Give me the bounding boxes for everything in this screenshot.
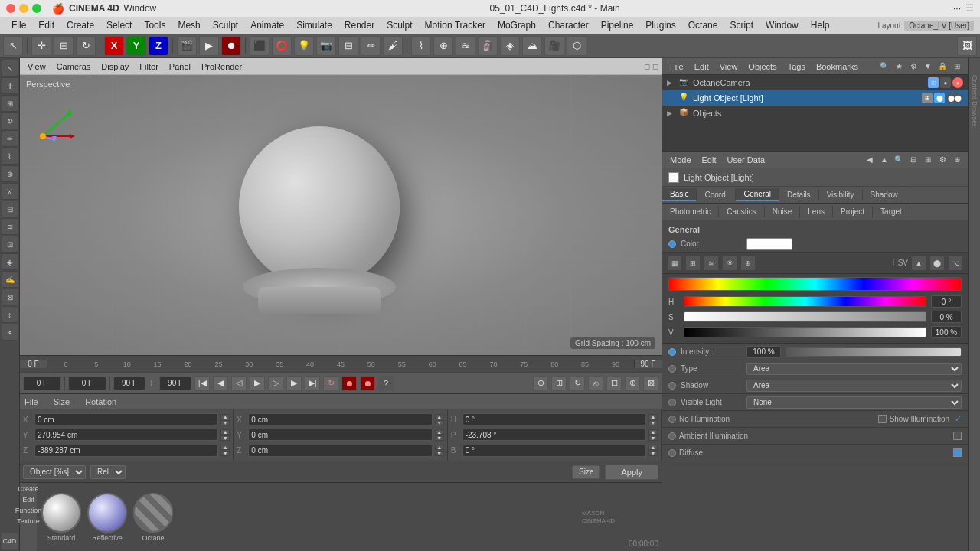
toolbar-record-btn[interactable]: ⏺ [221, 36, 241, 56]
obj-tag-light-2[interactable]: ⬤ [934, 93, 945, 103]
toolbar-x-btn[interactable]: X [104, 36, 124, 56]
pos-z-up[interactable]: ▲ [220, 445, 230, 450]
tab-noise[interactable]: Noise [765, 206, 801, 217]
tool-pen[interactable]: ✏ [2, 130, 18, 147]
prev-key-btn[interactable]: ◁ [231, 376, 247, 391]
rel-dropdown[interactable]: Rel [90, 465, 126, 479]
vp-menu-filter[interactable]: Filter [135, 61, 162, 72]
tab-photometric[interactable]: Photometric [662, 206, 719, 217]
menu-render[interactable]: Render [339, 19, 380, 31]
obj-tag-light-1[interactable]: ⊞ [922, 93, 933, 103]
prop-icon-1[interactable]: ◀ [864, 154, 876, 166]
pos-z-field[interactable] [34, 445, 218, 457]
toolbar-sculpt-tool-btn[interactable]: 🗿 [478, 36, 498, 56]
om-view-menu[interactable]: View [717, 61, 741, 72]
prop-icon-2[interactable]: ▲ [878, 154, 890, 166]
tool-slide[interactable]: ⊠ [2, 289, 18, 305]
toolbar-material-btn[interactable]: ◈ [500, 36, 520, 56]
menu-select[interactable]: Select [101, 19, 137, 31]
menu-file[interactable]: File [6, 19, 31, 31]
tool-spline[interactable]: ⌇ [2, 148, 18, 165]
loop-btn[interactable]: ↻ [323, 376, 338, 391]
rot-b-up[interactable]: ▲ [648, 445, 658, 450]
no-illum-radio[interactable] [668, 416, 676, 423]
pos-x-field[interactable] [34, 413, 218, 425]
skip-end-btn[interactable]: ▶| [305, 376, 320, 391]
intensity-value[interactable] [746, 346, 781, 358]
size-y-down[interactable]: ▼ [435, 435, 444, 441]
tool-mirror[interactable]: ⊡ [2, 236, 18, 253]
hsv-v-value[interactable] [931, 326, 962, 338]
prop-edit-menu[interactable]: Edit [699, 155, 720, 165]
rot-b-down[interactable]: ▼ [648, 451, 658, 456]
om-lock-icon[interactable]: 🔒 [936, 60, 949, 73]
om-tags-menu[interactable]: Tags [785, 61, 808, 72]
tab-details[interactable]: Details [779, 189, 819, 201]
toolbar-keyframe-btn[interactable]: 🎬 [177, 36, 197, 56]
tool-move[interactable]: ✛ [2, 77, 18, 94]
rot-h-up[interactable]: ▲ [648, 414, 658, 419]
om-filter-icon[interactable]: ▼ [922, 60, 934, 73]
playback-end-field[interactable] [113, 377, 145, 390]
vp-menu-cameras[interactable]: Cameras [52, 61, 96, 72]
prop-icon-5[interactable]: ⊞ [922, 154, 934, 166]
ct-eye2-btn[interactable]: ⬤ [929, 256, 945, 271]
size-z-field[interactable] [248, 445, 432, 457]
playback-frame-field[interactable] [23, 377, 61, 390]
vp-menu-prorender[interactable]: ProRender [197, 61, 247, 72]
hsv-h-slider[interactable] [684, 296, 926, 307]
hsv-h-value[interactable] [931, 295, 962, 308]
rot-h-down[interactable]: ▼ [648, 420, 658, 425]
toolbar-cursor-btn[interactable]: ↖ [3, 36, 23, 56]
ambient-illum-radio[interactable] [668, 432, 676, 440]
size-x-up[interactable]: ▲ [435, 414, 444, 419]
toolbar-move-btn[interactable]: ✛ [31, 36, 51, 56]
close-btn[interactable] [6, 4, 15, 13]
mat-edit-btn[interactable]: Edit [19, 495, 38, 504]
om-settings-icon[interactable]: ⚙ [907, 60, 920, 73]
tool-magnet[interactable]: ⊕ [2, 165, 18, 182]
tab-general[interactable]: General [736, 188, 779, 201]
toolbar-z-btn[interactable]: Z [149, 36, 168, 56]
snapping-btn[interactable]: ⊕ [533, 376, 548, 391]
rot-p-field[interactable] [462, 429, 646, 441]
shadow-dropdown[interactable]: Area None Hard Soft [746, 380, 962, 392]
next-frame-btn[interactable]: ▶ [286, 376, 302, 391]
menu-motion-tracker[interactable]: Motion Tracker [420, 19, 491, 31]
playback-current-field[interactable] [68, 377, 106, 390]
color-swatch[interactable] [746, 238, 792, 250]
prop-icon-4[interactable]: ⊟ [907, 154, 920, 166]
record-btn[interactable]: ⏺ [341, 376, 357, 391]
type-radio[interactable] [668, 365, 676, 373]
power-btn[interactable]: ⎋ [588, 376, 603, 391]
ct-swatch-btn[interactable]: ⊞ [685, 256, 701, 271]
tool-bevel[interactable]: ◈ [2, 253, 18, 270]
vp-menu-panel[interactable]: Panel [165, 61, 195, 72]
menu-character[interactable]: Character [543, 19, 594, 31]
menu-tools[interactable]: Tools [139, 19, 171, 31]
vp-menu-display[interactable]: Display [96, 61, 133, 72]
menu-help[interactable]: Help [805, 19, 835, 31]
pos-y-up[interactable]: ▲ [220, 429, 230, 435]
tool-knife[interactable]: ⚔ [2, 183, 18, 200]
material-reflective[interactable]: Reflective [87, 493, 127, 542]
tab-basic[interactable]: Basic [662, 188, 697, 201]
ct-gradient-btn[interactable]: ▦ [667, 256, 682, 271]
diffuse-checkbox[interactable] [953, 448, 962, 457]
rot-b-field[interactable] [462, 445, 646, 457]
type-dropdown[interactable]: Area Omni Spot Infinite Sun [746, 363, 962, 375]
toolbar-rotate-btn[interactable]: ↻ [76, 36, 96, 56]
menu-plugins[interactable]: Plugins [640, 19, 681, 31]
ct-eye-btn[interactable]: 👁 [722, 256, 737, 271]
prev-frame-btn[interactable]: ◀ [213, 376, 228, 391]
tab-visibility[interactable]: Visibility [819, 189, 863, 201]
3d-viewport[interactable]: 人人素材 Perspective [20, 75, 662, 355]
layout-value[interactable]: Octane_LV [User] [904, 21, 974, 31]
hsv-s-slider[interactable] [684, 311, 926, 322]
tab-lens[interactable]: Lens [800, 206, 833, 217]
menu-edit[interactable]: Edit [33, 19, 60, 31]
ambient-illum-checkbox[interactable] [953, 432, 962, 440]
rot-p-up[interactable]: ▲ [648, 429, 658, 435]
menu-sculpt[interactable]: Sculpt [207, 19, 243, 31]
visible-light-dropdown[interactable]: None Visible Volumetric [746, 396, 962, 409]
